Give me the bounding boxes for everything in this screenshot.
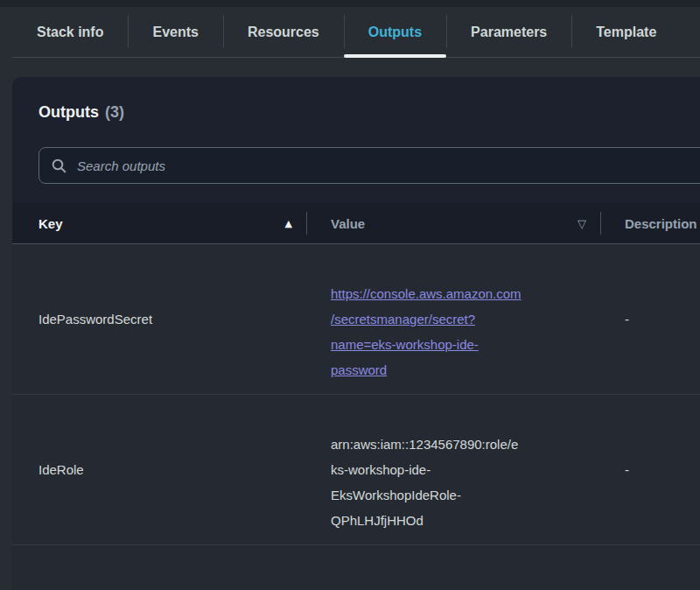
output-key-cell: IdePasswordSecret [12, 312, 306, 327]
output-value-cell: https://d2cm17mep53jml.cloudf ront.net [306, 545, 600, 590]
search-icon [52, 158, 66, 173]
tab-stack-info[interactable]: Stack info [12, 7, 128, 57]
column-header-key-label: Key [38, 216, 63, 231]
column-header-value-label: Value [331, 216, 365, 231]
table-row: IdeUrl https://d2cm17mep53jml.cloudf ron… [12, 545, 700, 590]
output-value-link[interactable]: https://console.aws.amazon.com /secretsm… [331, 286, 522, 377]
search-outputs-input[interactable] [75, 158, 700, 174]
column-header-description[interactable]: Description [600, 203, 700, 243]
tab-events[interactable]: Events [128, 7, 222, 57]
output-description-cell: - [600, 312, 700, 327]
panel-title: Outputs [38, 102, 99, 123]
outputs-panel: Outputs (3) Key ▲ Value ▽ Description [12, 77, 700, 590]
outputs-panel-header: Outputs (3) [12, 77, 700, 123]
table-row: IdeRole arn:aws:iam::1234567890:role/e k… [12, 395, 700, 545]
column-header-value[interactable]: Value ▽ [306, 203, 600, 243]
outputs-table: Key ▲ Value ▽ Description IdePasswordSec… [12, 203, 700, 590]
outputs-count-badge: (3) [105, 102, 124, 123]
column-header-key[interactable]: Key ▲ [12, 203, 306, 243]
output-key-cell: IdeRole [12, 462, 306, 477]
table-row: IdePasswordSecret https://console.aws.am… [12, 244, 700, 395]
outputs-table-header: Key ▲ Value ▽ Description [12, 203, 700, 244]
output-value-cell: https://console.aws.amazon.com /secretsm… [306, 244, 600, 394]
tab-resources[interactable]: Resources [223, 7, 344, 57]
output-description-cell: - [600, 462, 700, 477]
tab-outputs[interactable]: Outputs [344, 7, 446, 57]
sort-descending-icon[interactable]: ▽ [578, 218, 586, 229]
search-outputs-box[interactable] [38, 147, 700, 184]
page-header-edge [0, 0, 700, 7]
output-value-text: arn:aws:iam::1234567890:role/e ks-worksh… [331, 437, 518, 528]
tab-parameters[interactable]: Parameters [446, 7, 571, 57]
output-value-cell: arn:aws:iam::1234567890:role/e ks-worksh… [306, 395, 600, 544]
tab-template[interactable]: Template [571, 7, 681, 57]
column-header-description-label: Description [625, 216, 697, 231]
stack-detail-tabs: Stack info Events Resources Outputs Para… [12, 7, 700, 58]
sort-ascending-icon[interactable]: ▲ [285, 219, 292, 228]
